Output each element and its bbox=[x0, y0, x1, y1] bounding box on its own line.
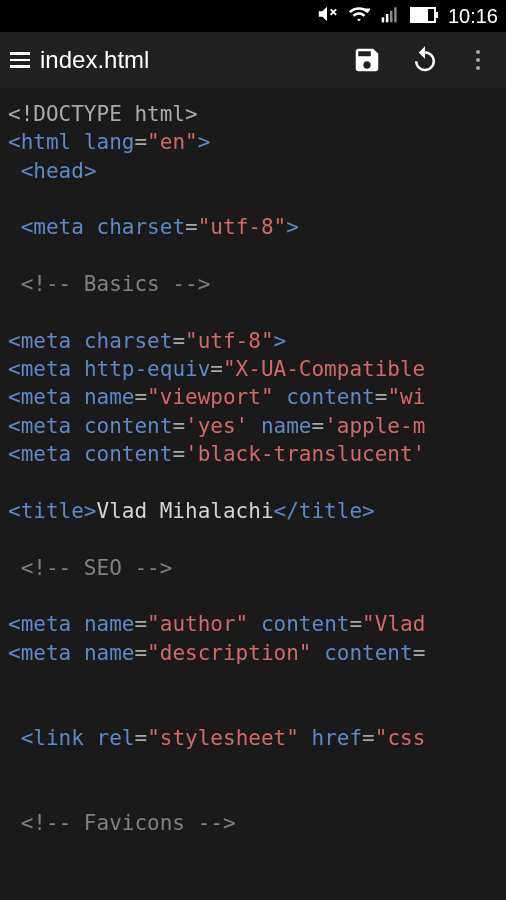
file-name-title: index.html bbox=[40, 46, 352, 74]
overflow-menu-button[interactable] bbox=[468, 45, 488, 75]
save-button[interactable] bbox=[352, 45, 382, 75]
status-bar: 10:16 bbox=[0, 0, 506, 32]
svg-rect-0 bbox=[382, 17, 385, 22]
wifi-icon bbox=[348, 3, 370, 30]
app-bar: index.html bbox=[0, 32, 506, 88]
clock-time: 10:16 bbox=[448, 5, 498, 28]
svg-rect-3 bbox=[394, 7, 397, 22]
signal-icon bbox=[380, 4, 400, 29]
svg-rect-2 bbox=[390, 10, 393, 22]
app-bar-actions bbox=[352, 45, 496, 75]
svg-rect-5 bbox=[412, 9, 428, 21]
svg-rect-1 bbox=[386, 14, 389, 22]
code-editor[interactable]: <!DOCTYPE html><html lang="en"> <head> <… bbox=[0, 88, 506, 900]
menu-button[interactable] bbox=[10, 52, 30, 68]
battery-icon bbox=[410, 5, 438, 28]
svg-rect-6 bbox=[436, 12, 438, 18]
undo-button[interactable] bbox=[410, 45, 440, 75]
volume-mute-icon bbox=[316, 3, 338, 30]
